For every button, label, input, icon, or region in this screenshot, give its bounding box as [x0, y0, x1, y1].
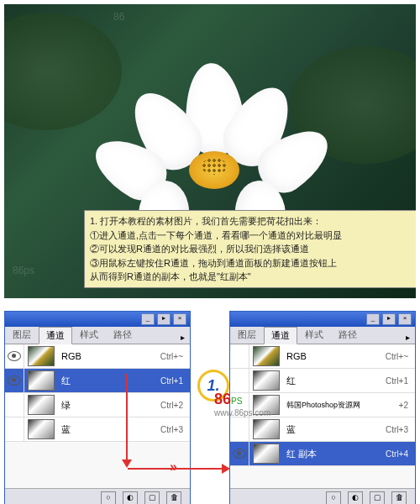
channel-name: RGB: [283, 351, 386, 361]
channel-name: 韩国Photoshop资源网: [283, 400, 399, 411]
channel-thumbnail: [253, 444, 280, 464]
collapse-button[interactable]: ▸: [382, 313, 396, 325]
collapse-button[interactable]: ▸: [157, 313, 171, 325]
panel-menu-icon[interactable]: ▸: [176, 331, 190, 344]
channel-thumbnail: [253, 419, 280, 439]
new-channel-icon[interactable]: ▢: [144, 491, 160, 504]
save-selection-icon[interactable]: ◐: [348, 491, 363, 504]
channel-name: 绿: [58, 399, 160, 412]
channel-thumbnail: [28, 346, 55, 366]
tab-styles[interactable]: 样式: [72, 326, 106, 344]
visibility-toggle[interactable]: [5, 393, 24, 417]
close-button[interactable]: ×: [398, 313, 412, 325]
channel-row-blue[interactable]: 蓝 Ctrl+3: [5, 417, 190, 442]
panel-titlebar: _ ▸ ×: [5, 312, 190, 327]
channel-list: RGB Ctrl+~ 红 Ctrl+1 绿 Ctrl+2: [5, 344, 190, 488]
instruction-line: ①进入通道,点击一下每个通道，看看哪一个通道的对比最明显: [90, 228, 416, 243]
logo-text: PS: [231, 396, 242, 406]
tab-paths[interactable]: 路径: [331, 326, 365, 344]
channel-shortcut: Ctrl+1: [386, 376, 415, 386]
channel-shortcut: Ctrl+3: [386, 425, 415, 434]
instruction-line: 1. 打开本教程的素材图片，我们首先需要把荷花扣出来：: [90, 214, 416, 228]
channel-shortcut: +2: [399, 401, 415, 410]
channel-shortcut: Ctrl+~: [160, 352, 190, 361]
channel-row-green[interactable]: 绿 Ctrl+2: [5, 393, 190, 417]
panel-footer: ○ ◐ ▢ 🗑: [5, 488, 190, 504]
leaf-background: [4, 13, 122, 130]
visibility-toggle[interactable]: [230, 442, 249, 465]
channel-shortcut: Ctrl+4: [386, 449, 415, 459]
visibility-toggle[interactable]: [5, 344, 24, 368]
channel-row-red-copy[interactable]: 红 副本 Ctrl+4: [230, 442, 415, 466]
eye-icon: [8, 351, 21, 361]
channel-shortcut: Ctrl+1: [160, 376, 190, 386]
channel-row-red[interactable]: 红 Ctrl+1: [230, 369, 415, 393]
minimize-button[interactable]: _: [141, 313, 155, 325]
channels-panel-before: _ ▸ × 图层 通道 样式 路径 ▸ RGB Ctrl+~: [4, 311, 191, 504]
channel-thumbnail: [28, 395, 55, 415]
panel-tabs: 图层 通道 样式 路径 ▸: [5, 327, 190, 344]
channel-thumbnail: [253, 370, 280, 391]
channel-shortcut: Ctrl+3: [160, 425, 190, 434]
channel-name: 红 副本: [283, 448, 386, 460]
instruction-line: 从而得到R通道的副本，也就是"红副本": [90, 270, 416, 284]
tab-layers[interactable]: 图层: [230, 326, 264, 344]
visibility-toggle[interactable]: [230, 344, 249, 368]
channel-row-red[interactable]: 红 Ctrl+1: [5, 369, 190, 393]
channel-row-blue[interactable]: 蓝 Ctrl+3: [230, 417, 415, 442]
tab-styles[interactable]: 样式: [297, 326, 331, 344]
delete-channel-icon[interactable]: 🗑: [391, 491, 407, 504]
instruction-line: ③用鼠标左键按住R通道，拖动到通道面板的新建通道按钮上: [90, 256, 416, 270]
watermark: 86ps: [13, 265, 34, 276]
site-logo: 86PS www.86ps.com: [214, 391, 270, 417]
channel-row-rgb[interactable]: RGB Ctrl+~: [5, 344, 190, 369]
tab-paths[interactable]: 路径: [106, 326, 139, 344]
tutorial-page: 86ps 86 1. 打开本教程的素材图片，我们首先需要把荷花扣出来： ①进入通…: [0, 4, 420, 504]
panel-tabs: 图层 通道 样式 路径 ▸: [230, 327, 415, 344]
instruction-box: 1. 打开本教程的素材图片，我们首先需要把荷花扣出来： ①进入通道,点击一下每个…: [84, 210, 416, 288]
visibility-toggle[interactable]: [5, 369, 24, 392]
save-selection-icon[interactable]: ◐: [123, 491, 138, 504]
channel-row-rgb[interactable]: RGB Ctrl+~: [230, 344, 415, 369]
visibility-toggle[interactable]: [230, 417, 249, 441]
minimize-button[interactable]: _: [366, 313, 380, 325]
channel-name: 蓝: [283, 423, 386, 436]
eye-icon: [8, 375, 21, 386]
delete-channel-icon[interactable]: 🗑: [166, 491, 181, 504]
watermark: 86: [113, 11, 124, 23]
channel-name: RGB: [58, 351, 160, 361]
load-selection-icon[interactable]: ○: [326, 491, 341, 504]
channel-shortcut: Ctrl+2: [160, 401, 190, 410]
channel-thumbnail: [28, 419, 55, 439]
load-selection-icon[interactable]: ○: [101, 491, 116, 504]
channel-name: 红: [283, 375, 386, 387]
channel-name: 红: [58, 375, 160, 387]
arrow-down-icon: [126, 374, 128, 466]
logo-url: www.86ps.com: [214, 408, 270, 417]
flower-center: [189, 151, 239, 189]
tab-channels[interactable]: 通道: [264, 327, 297, 344]
channel-thumbnail: [253, 346, 280, 366]
lotus-photo: 86ps 86 1. 打开本教程的素材图片，我们首先需要把荷花扣出来： ①进入通…: [4, 4, 416, 298]
tab-channels[interactable]: 通道: [39, 327, 72, 344]
instruction-line: ②可以发现R通道的对比最强烈，所以我们选择该通道: [90, 242, 416, 256]
close-button[interactable]: ×: [173, 313, 186, 325]
visibility-toggle[interactable]: [230, 369, 249, 392]
channel-thumbnail: [28, 370, 55, 391]
channel-shortcut: Ctrl+~: [386, 352, 415, 361]
panel-titlebar: _ ▸ ×: [230, 312, 415, 327]
new-channel-icon[interactable]: ▢: [370, 491, 385, 504]
panel-footer: ○ ◐ ▢ 🗑: [230, 488, 415, 504]
tab-layers[interactable]: 图层: [5, 326, 39, 344]
panel-menu-icon[interactable]: ▸: [401, 331, 415, 344]
arrow-right-icon: [128, 468, 228, 470]
eye-icon: [233, 449, 246, 459]
panels-row: _ ▸ × 图层 通道 样式 路径 ▸ RGB Ctrl+~: [4, 311, 416, 504]
logo-text: 86: [214, 391, 231, 407]
channel-name: 蓝: [58, 423, 160, 436]
visibility-toggle[interactable]: [5, 417, 24, 441]
